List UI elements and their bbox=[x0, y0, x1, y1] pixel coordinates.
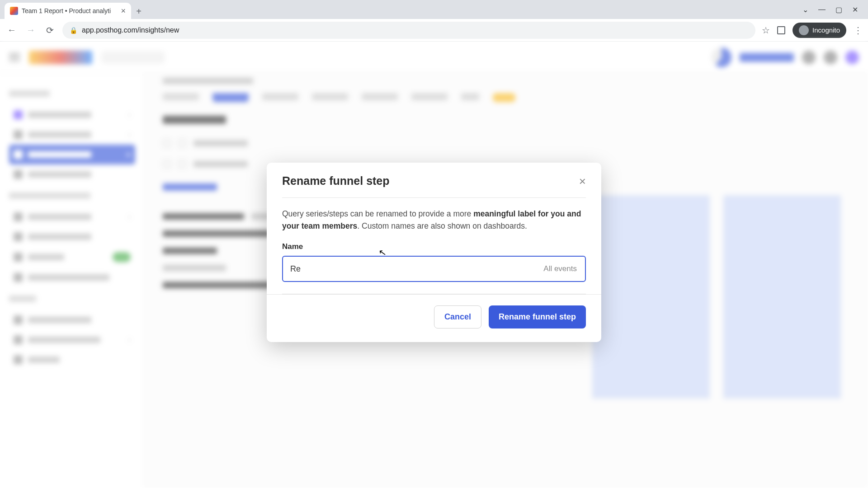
favicon bbox=[10, 7, 18, 15]
address-bar: ← → ⟳ 🔒 app.posthog.com/insights/new ☆ I… bbox=[0, 19, 868, 42]
url-field[interactable]: 🔒 app.posthog.com/insights/new bbox=[62, 22, 755, 39]
modal-footer: Cancel Rename funnel step bbox=[267, 294, 601, 342]
back-button[interactable]: ← bbox=[5, 24, 18, 37]
forward-button: → bbox=[24, 24, 37, 37]
reload-button[interactable]: ⟳ bbox=[43, 24, 56, 37]
incognito-icon bbox=[799, 25, 809, 35]
caret-down-icon[interactable]: ⌄ bbox=[802, 5, 808, 14]
menu-icon[interactable]: ⋮ bbox=[854, 25, 863, 36]
minimize-icon[interactable]: — bbox=[818, 5, 826, 14]
maximize-icon[interactable]: ▢ bbox=[835, 5, 842, 14]
browser-chrome: Team 1 Report • Product analyti × + ⌄ — … bbox=[0, 0, 868, 42]
new-tab-button[interactable]: + bbox=[131, 4, 146, 19]
modal-title: Rename funnel step bbox=[282, 174, 390, 188]
close-tab-icon[interactable]: × bbox=[121, 6, 126, 16]
name-input[interactable] bbox=[282, 256, 586, 282]
modal-header: Rename funnel step × bbox=[267, 163, 601, 197]
incognito-badge[interactable]: Incognito bbox=[793, 23, 846, 38]
tab-title: Team 1 Report • Product analyti bbox=[22, 7, 111, 14]
extensions-icon[interactable] bbox=[777, 26, 785, 34]
browser-tab[interactable]: Team 1 Report • Product analyti × bbox=[5, 3, 131, 19]
name-field-label: Name bbox=[282, 242, 586, 251]
window-controls: ⌄ — ▢ ✕ bbox=[793, 0, 868, 19]
name-input-wrapper: All events bbox=[282, 256, 586, 282]
url-text: app.posthog.com/insights/new bbox=[82, 26, 179, 34]
bookmark-icon[interactable]: ☆ bbox=[762, 25, 770, 36]
modal-description: Query series/steps can be renamed to pro… bbox=[282, 208, 586, 232]
modal-body: Query series/steps can be renamed to pro… bbox=[267, 198, 601, 294]
rename-funnel-step-button[interactable]: Rename funnel step bbox=[489, 305, 586, 328]
tab-bar: Team 1 Report • Product analyti × + ⌄ — … bbox=[0, 0, 868, 19]
close-icon[interactable]: × bbox=[579, 175, 586, 187]
incognito-label: Incognito bbox=[812, 26, 840, 34]
close-window-icon[interactable]: ✕ bbox=[852, 5, 858, 14]
rename-funnel-step-modal: Rename funnel step × Query series/steps … bbox=[267, 163, 601, 342]
cancel-button[interactable]: Cancel bbox=[434, 305, 481, 328]
name-input-placeholder: All events bbox=[543, 264, 577, 274]
lock-icon: 🔒 bbox=[70, 27, 77, 34]
modal-backdrop[interactable]: Rename funnel step × Query series/steps … bbox=[0, 42, 868, 488]
